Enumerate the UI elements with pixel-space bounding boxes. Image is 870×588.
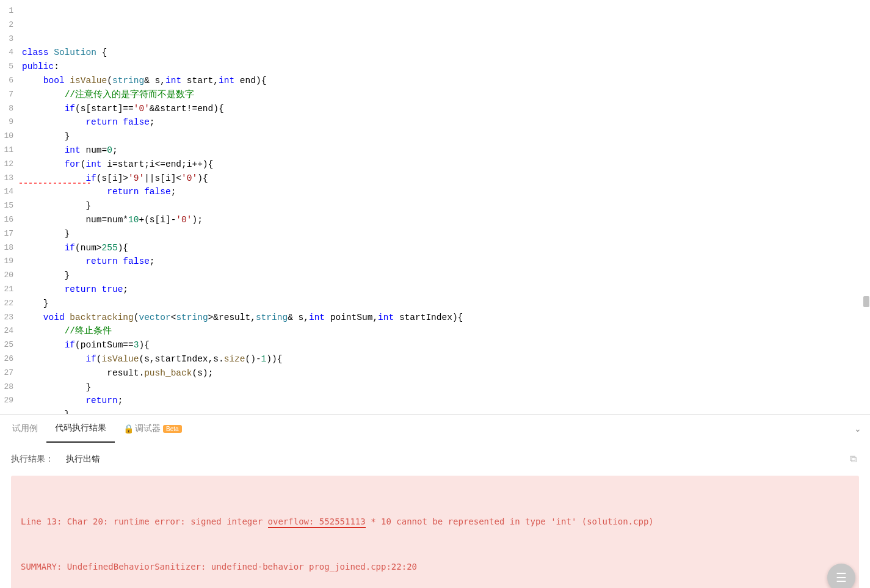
line-number: 11 (0, 143, 13, 158)
code-line[interactable]: } (22, 199, 870, 213)
tab-debugger-label: 调试器 (135, 423, 161, 434)
line-number: 28 (0, 380, 13, 394)
code-line[interactable]: int num=0; (22, 143, 870, 158)
code-line[interactable]: class Solution { (22, 46, 870, 60)
overflow-underline: overflow: (268, 517, 314, 528)
code-line[interactable]: } (22, 297, 870, 311)
code-line[interactable]: } (22, 380, 870, 394)
line-number: 21 (0, 283, 13, 297)
beta-badge: Beta (163, 425, 182, 433)
code-line[interactable]: if(s[start]=='0'&&start!=end){ (22, 102, 870, 116)
error-line-2: SUMMARY: UndefinedBehaviorSanitizer: und… (21, 559, 849, 575)
line-number: 14 (0, 185, 13, 199)
code-line[interactable]: void backtracking(vector<string>&result,… (22, 311, 870, 325)
result-header: 执行结果： 执行出错 ⧉ (11, 454, 859, 465)
panel-tabs: 试用例 代码执行结果 🔒 调试器 Beta ⌄ (0, 415, 870, 443)
line-number: 2 (0, 18, 13, 32)
line-number-gutter: 1234567891011121314151617181920212223242… (0, 0, 18, 414)
error-line-1: Line 13: Char 20: runtime error: signed … (21, 514, 849, 529)
result-status: 执行出错 (66, 454, 100, 465)
code-line[interactable]: if(isValue(s,startIndex,s.size()-1)){ (22, 352, 870, 366)
code-line[interactable]: return false; (22, 185, 870, 199)
line-number: 20 (0, 269, 13, 283)
error-squiggle (20, 183, 90, 184)
tab-run-result[interactable]: 代码执行结果 (46, 415, 115, 443)
line-number: 17 (0, 227, 13, 241)
code-line[interactable]: result.push_back(s); (22, 366, 870, 380)
code-line[interactable]: return false; (22, 255, 870, 269)
code-line[interactable]: } (22, 129, 870, 143)
line-number: 13 (0, 172, 13, 186)
code-line[interactable]: if(num>255){ (22, 241, 870, 255)
line-number: 3 (0, 32, 13, 46)
line-number: 19 (0, 255, 13, 269)
line-number: 8 (0, 102, 13, 116)
line-number: 24 (0, 324, 13, 338)
line-number: 18 (0, 241, 13, 255)
code-line[interactable]: if(pointSum==3){ (22, 338, 870, 352)
code-editor[interactable]: 1234567891011121314151617181920212223242… (0, 0, 870, 414)
scrollbar-track[interactable] (861, 0, 870, 414)
line-number: 6 (0, 74, 13, 88)
line-number: 7 (0, 88, 13, 102)
line-number: 25 (0, 338, 13, 352)
line-number: 22 (0, 297, 13, 311)
code-line[interactable]: bool isValue(string& s,int start,int end… (22, 74, 870, 88)
line-number: 5 (0, 60, 13, 74)
code-area[interactable]: class Solution {public: bool isValue(str… (18, 0, 870, 414)
code-line[interactable]: for(int i=start;i<=end;i++){ (22, 158, 870, 172)
scrollbar-thumb[interactable] (863, 296, 869, 307)
tab-testcases[interactable]: 试用例 (4, 415, 46, 443)
line-number: 23 (0, 311, 13, 325)
code-line[interactable]: } (22, 269, 870, 283)
lock-icon: 🔒 (123, 424, 134, 434)
line-number: 26 (0, 352, 13, 366)
code-line[interactable]: //注意传入的是字符而不是数字 (22, 88, 870, 102)
copy-icon[interactable]: ⧉ (850, 454, 857, 465)
code-line[interactable]: public: (22, 60, 870, 74)
code-line[interactable]: if(s[i]>'9'||s[i]<'0'){ (22, 172, 870, 186)
code-line[interactable]: //终止条件 (22, 324, 870, 338)
result-area: 执行结果： 执行出错 ⧉ Line 13: Char 20: runtime e… (0, 443, 870, 588)
line-number: 16 (0, 213, 13, 227)
line-number: 29 (0, 394, 13, 408)
error-message-box[interactable]: Line 13: Char 20: runtime error: signed … (11, 476, 859, 588)
line-number: 12 (0, 158, 13, 172)
fab-button[interactable]: ☰ (827, 564, 855, 588)
line-number: 15 (0, 199, 13, 213)
code-line[interactable]: return; (22, 394, 870, 408)
code-line[interactable]: } (22, 408, 870, 414)
result-label: 执行结果： (11, 454, 54, 465)
line-number: 9 (0, 115, 13, 129)
line-number: 27 (0, 366, 13, 380)
code-line[interactable]: num=num*10+(s[i]-'0'); (22, 213, 870, 227)
code-line[interactable]: } (22, 227, 870, 241)
line-number: 1 (0, 4, 13, 18)
chevron-down-icon[interactable]: ⌄ (854, 424, 861, 434)
code-line[interactable]: return true; (22, 283, 870, 297)
bottom-panel: 试用例 代码执行结果 🔒 调试器 Beta ⌄ 执行结果： 执行出错 ⧉ Lin… (0, 414, 870, 588)
tab-debugger[interactable]: 🔒 调试器 Beta (115, 415, 190, 443)
code-line[interactable]: return false; (22, 115, 870, 129)
line-number: 4 (0, 46, 13, 60)
line-number: 10 (0, 129, 13, 143)
